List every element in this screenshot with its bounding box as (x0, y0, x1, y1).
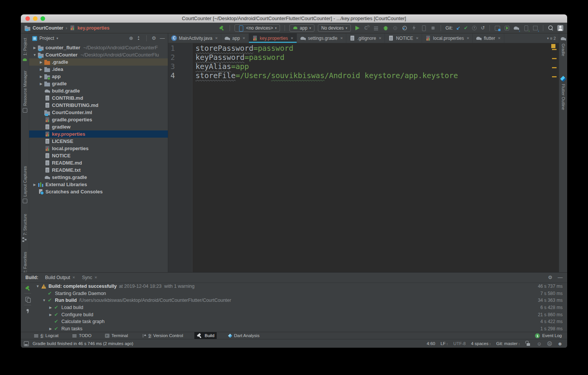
git-branch-widget[interactable]: Git: master↕ (496, 341, 520, 346)
close-icon[interactable]: ✕ (340, 36, 343, 40)
expander-icon[interactable]: ▶ (38, 82, 44, 86)
stripe-button-7-structure[interactable]: 7: Structure (21, 214, 29, 242)
close-icon[interactable]: ✕ (215, 36, 218, 40)
tree-item-settings.gradle[interactable]: settings.gradle (29, 174, 168, 181)
tree-item-gradle.properties[interactable]: gradle.properties (29, 116, 168, 123)
frowny-icon[interactable]: ☹ (547, 341, 552, 347)
build-filter-icon[interactable] (25, 285, 30, 290)
robot-icon[interactable]: ☻ (557, 341, 563, 347)
project-panel-title[interactable]: Project (39, 36, 54, 41)
gear-icon[interactable]: ⚙ (548, 275, 552, 281)
gear-icon[interactable]: ⚙ (152, 35, 156, 41)
git-commit-icon[interactable]: ✔ (464, 25, 468, 31)
build-row-run-build[interactable]: ▼Run build/Users/souvikbiswas/Desktop/An… (21, 297, 567, 304)
tab-.gitignore[interactable]: .gitignore✕ (346, 33, 385, 43)
tab-app[interactable]: app✕ (221, 33, 249, 43)
inspection-status-icon[interactable] (551, 44, 555, 48)
tree-item-contributing.md[interactable]: CONTRIBUTING.md (29, 102, 168, 109)
breadcrumb-file[interactable]: key.properties (77, 25, 109, 31)
minimize-window-button[interactable] (33, 16, 38, 21)
tree-item-local.properties[interactable]: local.properties (29, 145, 168, 152)
collapse-all-icon[interactable] (137, 36, 141, 41)
tree-item-app[interactable]: ▶app (29, 73, 168, 80)
deploy-target-dropdown[interactable]: No devices ▾ (318, 24, 351, 32)
expander-icon[interactable]: ▼ (41, 298, 47, 302)
profiler-icon[interactable] (402, 25, 408, 31)
breadcrumb-project[interactable]: CourtCounter (33, 25, 63, 31)
layout-inspector-icon[interactable]: ↓ (523, 25, 529, 31)
tree-item-key.properties[interactable]: key.properties (29, 130, 168, 138)
indent-widget[interactable]: 4 spaces↕ (471, 341, 491, 346)
tool-window-button-todo[interactable]: TODO (70, 332, 94, 339)
code-line[interactable]: storeFile=/Users/souvikbiswas/Android ke… (195, 71, 559, 80)
tree-item-courtcounter[interactable]: ▼CourtCounter~/Desktop/Android/CourtCoun… (29, 51, 168, 58)
expander-icon[interactable]: ▶ (31, 46, 38, 50)
expander-icon[interactable]: ▶ (47, 306, 54, 309)
avd-manager-icon[interactable] (504, 25, 510, 31)
close-icon[interactable]: ✕ (94, 276, 97, 279)
git-update-icon[interactable]: ↙ (456, 25, 460, 31)
expander-icon[interactable]: ▶ (47, 327, 54, 331)
code-line[interactable]: keyAlias=app (195, 62, 559, 71)
gradle-sync-icon[interactable]: ↓ (513, 25, 519, 31)
run-button[interactable] (354, 25, 360, 31)
tree-item-license[interactable]: LICENSE (29, 138, 168, 145)
stripe-button-flutter-outline[interactable]: Flutter Outline (559, 76, 567, 110)
tree-item-.gradle[interactable]: ▶.gradle (29, 58, 168, 66)
line-separator-widget[interactable]: LF↕ (441, 341, 448, 346)
tab-flutter[interactable]: flutter✕ (473, 33, 504, 43)
tree-item-external-libraries[interactable]: ▶External Libraries (29, 181, 168, 188)
close-icon[interactable]: ✕ (72, 276, 75, 279)
sdk-manager-icon[interactable]: ↓ (532, 25, 538, 31)
build-row-run-tasks[interactable]: ▶Run tasks1 s 298 ms (21, 325, 567, 332)
tab-mainactivity.java[interactable]: MainActivity.java✕ (168, 33, 221, 43)
hide-panel-icon[interactable]: — (160, 35, 165, 41)
status-message[interactable]: Gradle build finished in 46 s 746 ms (2 … (33, 341, 133, 346)
tool-window-button-terminal[interactable]: Terminal (103, 332, 130, 339)
tool-window-button-dart-analysis[interactable]: Dart Analysis (226, 332, 262, 339)
expander-icon[interactable]: ▶ (38, 67, 44, 71)
zoom-window-button[interactable] (41, 16, 45, 21)
pin-tab-icon[interactable] (25, 308, 31, 314)
close-icon[interactable]: ✕ (242, 36, 246, 40)
close-icon[interactable]: ✕ (498, 36, 501, 40)
tool-window-switcher-icon[interactable] (24, 341, 29, 346)
stop-icon[interactable] (430, 25, 436, 31)
warning-stripe-mark[interactable] (552, 58, 557, 59)
device-dropdown[interactable]: <no devices> ▾ (235, 24, 280, 32)
smiley-icon[interactable]: ☺ (536, 341, 541, 347)
unlock-icon[interactable] (525, 340, 531, 347)
profile-avatar-icon[interactable] (557, 25, 563, 31)
locate-file-icon[interactable]: ⊕ (129, 35, 133, 41)
close-icon[interactable]: ✕ (291, 36, 294, 40)
tree-item-gradlew[interactable]: gradlew (29, 123, 168, 130)
close-icon[interactable]: ✕ (466, 36, 469, 40)
hide-panel-icon[interactable]: — (558, 275, 563, 281)
run-config-dropdown[interactable]: app ▾ (289, 24, 314, 32)
rollback-icon[interactable]: ↺ (481, 25, 485, 31)
tab-notice[interactable]: NOTICE✕ (385, 33, 422, 43)
close-icon[interactable]: ✕ (379, 36, 382, 40)
code-line[interactable]: storePassword=password (195, 44, 559, 53)
make-project-icon[interactable] (219, 25, 225, 31)
tree-item-build.gradle[interactable]: build.gradle (29, 87, 168, 94)
expander-icon[interactable]: ▶ (38, 75, 44, 78)
expander-icon[interactable]: ▼ (31, 53, 38, 57)
expander-icon[interactable]: ▶ (31, 183, 38, 187)
build-row-build-completed-successfully[interactable]: ▼Build: completed successfullyat 2019-12… (21, 283, 567, 290)
tree-item-courtcounter.iml[interactable]: CourtCounter.iml (29, 109, 168, 116)
tree-item-notice[interactable]: NOTICE (29, 152, 168, 159)
warning-stripe-mark[interactable] (552, 67, 557, 68)
tree-item-gradle[interactable]: ▶gradle (29, 80, 168, 87)
tree-item-counter-flutter[interactable]: ▶counter_flutter~/Desktop/Android/CourtC… (29, 44, 168, 51)
search-everywhere-icon[interactable] (548, 25, 554, 31)
expander-icon[interactable]: ▶ (47, 313, 54, 317)
history-icon[interactable] (471, 25, 477, 31)
instant-run-icon[interactable] (411, 25, 417, 31)
build-row-starting-gradle-daemon[interactable]: Starting Gradle Daemon7 s 580 ms (21, 290, 567, 297)
tab-settings.gradle[interactable]: settings.gradle✕ (297, 33, 347, 43)
device-manager-icon[interactable] (494, 25, 500, 31)
event-log-button[interactable]: 1 Event Log (535, 333, 562, 338)
editor-body[interactable]: 1234 storePassword=passwordkeyPassword=p… (168, 43, 559, 272)
export-console-icon[interactable] (25, 296, 31, 302)
